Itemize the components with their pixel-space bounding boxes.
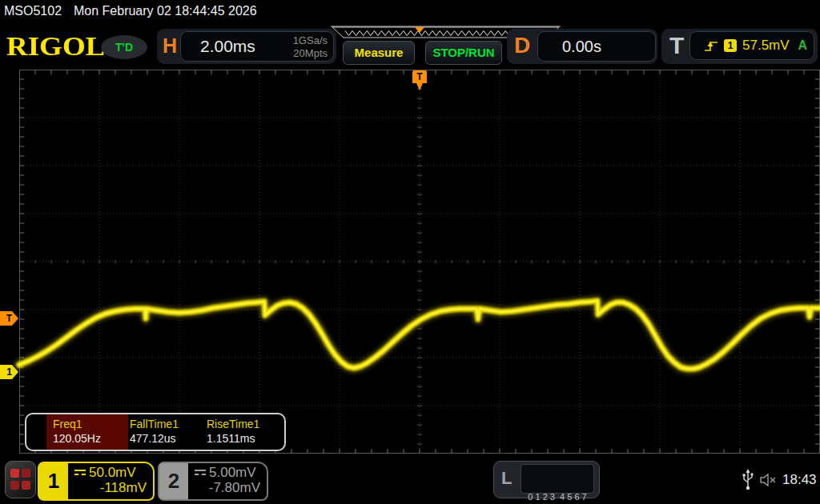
delay-value: 0.00s (562, 38, 601, 56)
channel1-number: 1 (39, 463, 68, 499)
trigger-edge-icon (704, 40, 718, 52)
measurement-label: RiseTime1 (207, 418, 259, 430)
logic-channels: 0 1 2 3 4 5 6 7 8 9 1011 12131415 (521, 464, 594, 494)
channel2-offset: -7.80mV (209, 480, 260, 496)
measure-button[interactable]: Measure (343, 41, 415, 65)
sample-rate: 1GSa/s (293, 34, 328, 47)
measurement-value: 1.1511ms (207, 432, 255, 445)
timebase-display: 2.00ms 1GSa/s 20Mpts (180, 31, 334, 62)
logic-label: L (501, 468, 512, 489)
top-status-bar: MSO5102 Mon February 02 18:44:45 2026 (0, 0, 820, 24)
measurement-item-falltime[interactable]: FallTime1 477.12us (130, 414, 207, 450)
menu-grid-button[interactable] (5, 461, 36, 498)
channel2-badge[interactable]: 2 5.00mV -7.80mV (158, 462, 268, 501)
trigger-level-value: 57.5mV (742, 38, 790, 54)
measurement-value: 477.12us (130, 432, 176, 445)
delay-panel[interactable]: D 0.00s (507, 29, 657, 64)
grid-icon (10, 481, 19, 490)
trigger-position-marker[interactable]: T (412, 70, 427, 90)
usb-icon (742, 469, 754, 491)
logic-analyzer-badge[interactable]: L 0 1 2 3 4 5 6 7 8 9 1011 12131415 (493, 461, 600, 498)
ch1-ground-marker[interactable]: 1 (0, 365, 18, 379)
clock: 18:43 (782, 472, 817, 488)
measurement-item-risetime[interactable]: RiseTime1 1.1511ms (207, 414, 283, 450)
memory-depth: 20Mpts (293, 47, 328, 60)
measurement-label: FallTime1 (130, 418, 179, 430)
channel2-number: 2 (159, 463, 188, 499)
acquisition-info: 1GSa/s 20Mpts (293, 34, 328, 60)
datetime: Mon February 02 18:44:45 2026 (74, 4, 257, 18)
grid-icon (10, 469, 19, 478)
trigger-mode: A (798, 38, 808, 53)
horizontal-icon: H (163, 34, 177, 58)
measurement-label: Freq1 (53, 418, 82, 430)
grid-icon (22, 481, 30, 490)
measurement-item-freq[interactable]: Freq1 120.05Hz (53, 414, 130, 450)
speaker-muted-icon (759, 473, 780, 487)
delay-icon: D (514, 33, 530, 58)
rigol-logo: RIGOL (6, 30, 105, 62)
logic-row1: 0 1 2 3 4 5 6 7 (521, 491, 593, 502)
channel1-scale: 50.0mV (89, 465, 136, 481)
coupling-dc-icon (74, 470, 86, 478)
trigger-display: 1 57.5mV A (689, 31, 814, 60)
stop-run-button[interactable]: STOP/RUN (425, 41, 502, 65)
channel1-badge[interactable]: 1 50.0mV -118mV (38, 462, 155, 501)
grid-icon (22, 469, 30, 478)
measurement-value: 120.05Hz (53, 432, 101, 445)
trigger-icon: T (669, 32, 684, 59)
delay-display: 0.00s (537, 31, 656, 62)
channel2-scale: 5.00mV (209, 465, 256, 481)
horizontal-panel[interactable]: H 2.00ms 1GSa/s 20Mpts (157, 29, 336, 64)
graticule (19, 70, 820, 454)
trigger-level-marker[interactable]: T (0, 311, 18, 326)
model-name: MSO5102 (4, 4, 62, 18)
trigger-position-label: T (412, 71, 427, 82)
trigger-source-chip: 1 (724, 39, 737, 52)
trigger-panel[interactable]: T 1 57.5mV A (661, 29, 818, 64)
coupling-dc-icon (195, 470, 206, 478)
measurement-panel: Freq1 120.05Hz FallTime1 477.12us RiseTi… (25, 413, 286, 451)
trigger-status-badge: T'D (101, 35, 147, 59)
channel1-offset: -118mV (100, 480, 147, 496)
oscilloscope-screen: MSO5102 Mon February 02 18:44:45 2026 RI… (0, 0, 820, 504)
timebase-value: 2.00ms (200, 37, 255, 56)
